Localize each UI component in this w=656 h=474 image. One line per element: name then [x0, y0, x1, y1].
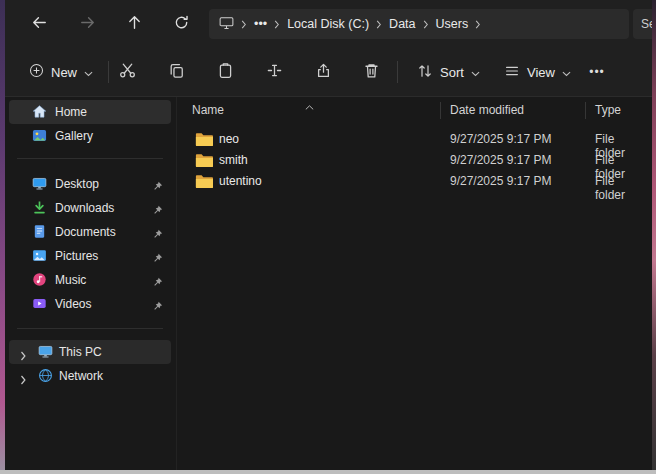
file-date-modified: 9/27/2025 9:17 PM: [450, 132, 551, 146]
sidebar-item-home[interactable]: Home: [9, 100, 171, 124]
pin-icon: [152, 202, 163, 220]
sort-button[interactable]: Sort: [407, 57, 490, 87]
delete-button[interactable]: [355, 56, 387, 88]
sidebar: Home Gallery Desktop: [5, 97, 177, 470]
chevron-right-icon[interactable]: [20, 371, 27, 389]
sidebar-item-documents[interactable]: Documents: [9, 220, 171, 244]
sidebar-item-label: Downloads: [55, 201, 114, 215]
sidebar-item-music[interactable]: Music: [9, 268, 171, 292]
file-row-utentino[interactable]: utentino 9/27/2025 9:17 PM File folder: [177, 171, 647, 192]
view-icon: [504, 63, 520, 82]
pin-icon: [152, 274, 163, 292]
arrow-up-icon: [126, 14, 143, 34]
file-list-pane: Name Date modified Type neo 9/27/2025 9:…: [177, 97, 652, 470]
sidebar-item-label: Gallery: [55, 129, 93, 143]
file-date-modified: 9/27/2025 9:17 PM: [450, 174, 551, 188]
toolbar-separator: [397, 61, 398, 83]
sidebar-separator: [17, 328, 163, 329]
documents-icon: [32, 224, 47, 239]
trash-icon: [363, 62, 380, 82]
file-date-modified: 9/27/2025 9:17 PM: [450, 153, 551, 167]
sidebar-item-label: Videos: [55, 297, 91, 311]
up-button[interactable]: [120, 10, 148, 38]
rename-button[interactable]: [258, 56, 290, 88]
copy-button[interactable]: [160, 56, 192, 88]
column-header-type[interactable]: Type: [595, 103, 621, 117]
chevron-right-icon: [376, 20, 382, 29]
chevron-right-icon: [475, 20, 481, 29]
file-name: smith: [219, 153, 248, 167]
plus-circle-icon: [29, 63, 44, 81]
rename-icon: [266, 62, 283, 82]
back-button[interactable]: [25, 10, 53, 38]
arrow-right-icon: [79, 14, 96, 34]
network-icon: [38, 368, 53, 383]
column-divider[interactable]: [440, 102, 441, 119]
pin-icon: [152, 178, 163, 196]
more-options-button[interactable]: •••: [581, 56, 613, 88]
paste-button[interactable]: [209, 56, 241, 88]
breadcrumb-overflow[interactable]: •••: [254, 17, 267, 31]
desktop-edge-bottom: [0, 470, 656, 474]
column-header-date-modified[interactable]: Date modified: [450, 103, 524, 117]
sidebar-item-label: Home: [55, 105, 87, 119]
new-button-label: New: [51, 65, 77, 80]
refresh-button[interactable]: [167, 10, 195, 38]
sidebar-item-gallery[interactable]: Gallery: [9, 124, 171, 148]
search-input[interactable]: Se: [633, 9, 652, 39]
gallery-icon: [32, 128, 47, 143]
this-pc-icon: [38, 344, 53, 359]
scissors-icon: [119, 62, 136, 82]
chevron-right-icon: [241, 20, 247, 29]
breadcrumb[interactable]: ••• Local Disk (C:) Data Users: [209, 9, 629, 39]
share-icon: [315, 62, 332, 82]
sidebar-item-label: Pictures: [55, 249, 98, 263]
column-header-name[interactable]: Name: [192, 103, 224, 117]
breadcrumb-item-data[interactable]: Data: [389, 17, 415, 31]
sort-ascending-icon: [305, 99, 314, 113]
sidebar-separator: [17, 158, 163, 159]
view-button[interactable]: View: [494, 57, 581, 87]
share-button[interactable]: [307, 56, 339, 88]
forward-button[interactable]: [73, 10, 101, 38]
column-divider[interactable]: [585, 102, 586, 119]
videos-icon: [32, 296, 47, 311]
clipboard-icon: [217, 62, 234, 82]
sidebar-item-this-pc[interactable]: This PC: [9, 340, 171, 364]
search-text: Se: [641, 17, 652, 31]
sidebar-item-label: This PC: [59, 345, 102, 359]
new-button[interactable]: New: [19, 57, 103, 87]
column-header-row: Name Date modified Type: [177, 100, 652, 120]
sidebar-item-pictures[interactable]: Pictures: [9, 244, 171, 268]
file-type: File folder: [595, 174, 647, 202]
cut-button[interactable]: [111, 56, 143, 88]
pictures-icon: [32, 248, 47, 263]
pin-icon: [152, 250, 163, 268]
sidebar-item-desktop[interactable]: Desktop: [9, 172, 171, 196]
file-row-smith[interactable]: smith 9/27/2025 9:17 PM File folder: [177, 150, 647, 171]
desktop-edge-right: [652, 0, 656, 474]
breadcrumb-item-users[interactable]: Users: [436, 17, 469, 31]
chevron-down-icon: [84, 65, 93, 80]
chevron-right-icon: [423, 20, 429, 29]
copy-icon: [168, 62, 185, 82]
desktop-icon: [32, 176, 47, 191]
screen: ••• Local Disk (C:) Data Users Se: [0, 0, 656, 474]
sidebar-item-label: Music: [55, 273, 86, 287]
sidebar-item-label: Desktop: [55, 177, 99, 191]
chevron-right-icon[interactable]: [20, 347, 27, 365]
home-icon: [32, 104, 47, 119]
chevron-right-icon: [274, 20, 280, 29]
sort-button-label: Sort: [440, 65, 464, 80]
file-explorer-window: ••• Local Disk (C:) Data Users Se: [5, 0, 652, 470]
sidebar-item-downloads[interactable]: Downloads: [9, 196, 171, 220]
file-row-neo[interactable]: neo 9/27/2025 9:17 PM File folder: [177, 129, 647, 150]
folder-icon: [195, 132, 213, 151]
arrow-left-icon: [31, 14, 48, 34]
breadcrumb-item-local-disk[interactable]: Local Disk (C:): [287, 17, 369, 31]
monitor-icon: [219, 16, 234, 33]
sidebar-item-videos[interactable]: Videos: [9, 292, 171, 316]
sidebar-item-network[interactable]: Network: [9, 364, 171, 388]
pin-icon: [152, 226, 163, 244]
sidebar-item-label: Documents: [55, 225, 116, 239]
